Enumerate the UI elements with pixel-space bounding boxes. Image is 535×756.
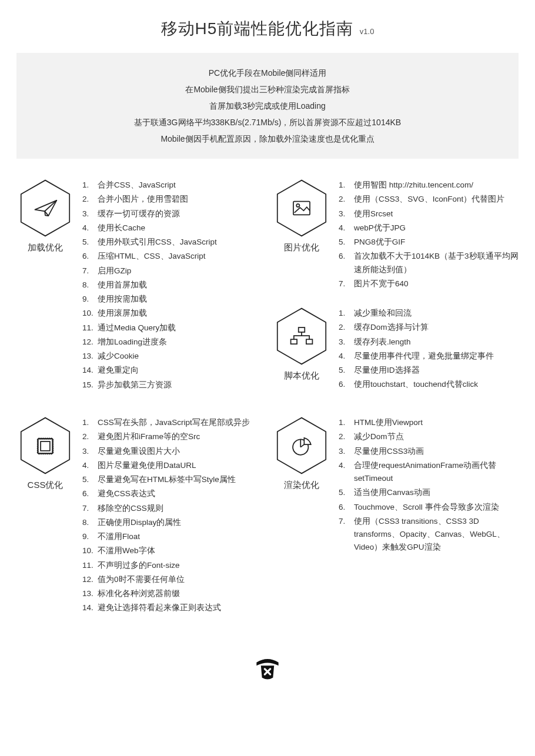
list-item: 压缩HTML、CSS、JavaScript	[82, 250, 217, 263]
list-item: webP优于JPG	[339, 222, 519, 235]
list-item: 尽量使用ID选择器	[339, 364, 494, 377]
list-render: HTML使用Viewport减少Dom节点尽量使用CSS3动画合理使reques…	[339, 416, 519, 556]
list-item: 合理使requestAnimationFrame动画代替setTimeout	[339, 459, 519, 486]
list-item: 不声明过多的Font-size	[82, 559, 250, 572]
intro-line: PC优化手段在Mobile侧同样适用	[22, 65, 513, 81]
page-title: 移动H5前端性能优化指南	[161, 19, 354, 38]
list-item: 增加Loading进度条	[82, 336, 217, 349]
section-render: 渲染优化 HTML使用Viewport减少Dom节点尽量使用CSS3动画合理使r…	[273, 416, 519, 616]
list-item: 标准化各种浏览器前缀	[82, 587, 250, 600]
list-item: 使用（CSS3 transitions、CSS3 3D transforms、O…	[339, 515, 519, 554]
list-item: 不滥用Web字体	[82, 544, 250, 557]
list-item: 尽量避免重设图片大小	[82, 445, 250, 458]
list-image: 使用智图 http://zhitu.tencent.com/使用（CSS3、SV…	[339, 179, 519, 292]
list-item: 图片不宽于640	[339, 277, 519, 290]
list-item: 使用touchstart、touchend代替click	[339, 378, 494, 391]
image-icon	[276, 179, 327, 237]
svg-marker-0	[21, 180, 69, 236]
pie-icon	[276, 416, 327, 475]
list-item: 不滥用Float	[82, 530, 250, 543]
list-item: 启用GZip	[82, 265, 217, 277]
list-item: 尽量使用CSS3动画	[339, 445, 519, 458]
list-item: 缓存一切可缓存的资源	[82, 208, 217, 220]
list-item: 避免重定向	[82, 364, 217, 377]
list-item: 合并小图片，使用雪碧图	[82, 193, 217, 206]
list-item: 使用首屏加载	[82, 279, 217, 292]
list-load: 合并CSS、JavaScript合并小图片，使用雪碧图缓存一切可缓存的资源使用长…	[82, 179, 217, 393]
list-item: 通过Media Query加载	[82, 322, 217, 334]
list-item: 减少Dom节点	[339, 430, 519, 443]
intro-line: 首屏加载3秒完成或使用Loading	[22, 98, 513, 114]
list-item: 减少重绘和回流	[339, 307, 494, 320]
section-label: 渲染优化	[273, 480, 330, 491]
tree-icon	[276, 307, 327, 366]
list-item: 适当使用Canvas动画	[339, 486, 519, 499]
list-item: 值为0时不需要任何单位	[82, 573, 250, 586]
list-item: 使用Srcset	[339, 208, 519, 220]
svg-marker-1	[277, 180, 326, 236]
list-item: PNG8优于GIF	[339, 236, 519, 249]
page-version: v1.0	[360, 27, 374, 36]
list-item: 避免让选择符看起来像正则表达式	[82, 601, 250, 614]
section-load: 加载优化 合并CSS、JavaScript合并小图片，使用雪碧图缓存一切可缓存的…	[16, 179, 262, 393]
list-item: 使用智图 http://zhitu.tencent.com/	[339, 179, 519, 192]
list-item: HTML使用Viewport	[339, 416, 519, 429]
list-item: 尽量避免写在HTML标签中写Style属性	[82, 473, 250, 486]
svg-marker-10	[277, 418, 326, 474]
list-item: 避免CSS表达式	[82, 487, 250, 500]
section-image: 图片优化 使用智图 http://zhitu.tencent.com/使用（CS…	[273, 179, 519, 292]
section-label: 图片优化	[273, 242, 330, 253]
intro-box: PC优化手段在Mobile侧同样适用 在Mobile侧我们提出三秒种渲染完成首屏…	[16, 53, 519, 159]
paper-plane-icon	[19, 179, 71, 237]
list-item: 使用长Cache	[82, 222, 217, 235]
list-css: CSS写在头部，JavaScript写在尾部或异步避免图片和iFrame等的空S…	[82, 416, 250, 616]
section-label: 脚本优化	[273, 370, 330, 382]
list-item: 使用（CSS3、SVG、IconFont）代替图片	[339, 193, 519, 206]
list-item: 正确使用Display的属性	[82, 516, 250, 529]
svg-marker-8	[21, 418, 69, 474]
list-item: 使用外联式引用CSS、JavaScript	[82, 236, 217, 249]
footer-logo	[16, 651, 519, 687]
section-label: 加载优化	[16, 242, 74, 253]
list-item: 首次加载不大于1014KB（基于3秒联通平均网速所能达到值）	[339, 250, 519, 276]
intro-line: 在Mobile侧我们提出三秒种渲染完成首屏指标	[22, 81, 513, 98]
list-item: 合并CSS、JavaScript	[82, 179, 217, 192]
list-item: 尽量使用事件代理，避免批量绑定事件	[339, 350, 494, 363]
list-script: 减少重绘和回流缓存Dom选择与计算缓存列表.length尽量使用事件代理，避免批…	[339, 307, 494, 393]
list-item: 图片尽量避免使用DataURL	[82, 459, 250, 472]
section-script: 脚本优化 减少重绘和回流缓存Dom选择与计算缓存列表.length尽量使用事件代…	[273, 307, 519, 393]
list-item: 减少Cookie	[82, 350, 217, 363]
list-item: 移除空的CSS规则	[82, 502, 250, 515]
list-item: 避免图片和iFrame等的空Src	[82, 430, 250, 443]
list-item: 缓存列表.length	[339, 336, 494, 349]
list-item: 缓存Dom选择与计算	[339, 321, 494, 334]
list-item: 使用滚屏加载	[82, 307, 217, 320]
list-item: CSS写在头部，JavaScript写在尾部或异步	[82, 416, 250, 429]
list-item: 使用按需加载	[82, 293, 217, 306]
section-css: CSS优化 CSS写在头部，JavaScript写在尾部或异步避免图片和iFra…	[16, 416, 262, 616]
list-item: Touchmove、Scroll 事件会导致多次渲染	[339, 501, 519, 514]
stamp-icon	[19, 416, 71, 475]
intro-line: 基于联通3G网络平均338KB/s(2.71Mb/s)，所以首屏资源不应超过10…	[22, 114, 513, 131]
intro-line: Mobile侧因手机配置原因，除加载外渲染速度也是优化重点	[22, 131, 513, 147]
section-label: CSS优化	[16, 480, 74, 491]
list-item: 异步加载第三方资源	[82, 379, 217, 392]
